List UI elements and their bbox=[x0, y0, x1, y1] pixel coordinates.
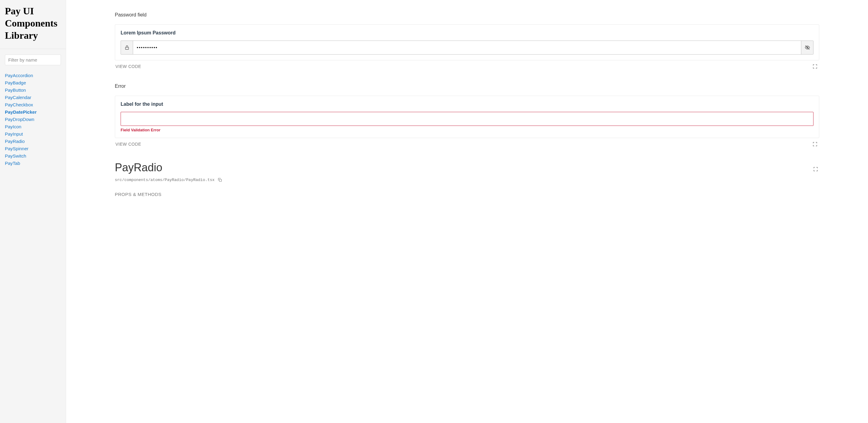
example-error: Error Label for the input Field Validati… bbox=[115, 84, 819, 148]
fullscreen-icon[interactable] bbox=[812, 165, 819, 173]
sidebar-item-payswitch[interactable]: PaySwitch bbox=[5, 153, 26, 158]
sidebar-item-payinput[interactable]: PayInput bbox=[5, 131, 23, 137]
sidebar-item-payradio[interactable]: PayRadio bbox=[5, 139, 25, 144]
card-footer-password: VIEW CODE bbox=[115, 63, 819, 70]
main-content: Password field Lorem Ipsum Password bbox=[66, 0, 868, 423]
error-field-label: Label for the input bbox=[121, 101, 813, 107]
fullscreen-icon[interactable] bbox=[811, 63, 819, 70]
eye-off-icon[interactable] bbox=[801, 41, 813, 54]
lock-icon bbox=[121, 41, 133, 54]
filter-input[interactable] bbox=[5, 55, 61, 65]
example-password: Password field Lorem Ipsum Password bbox=[115, 12, 819, 70]
error-input[interactable] bbox=[121, 112, 813, 126]
example-error-label: Error bbox=[115, 84, 819, 89]
component-section: PayRadio src/components/atoms/PayRadio/P… bbox=[115, 161, 819, 197]
src-path: src/components/atoms/PayRadio/PayRadio.t… bbox=[115, 177, 819, 183]
copy-icon[interactable] bbox=[217, 177, 223, 183]
component-title-row: PayRadio bbox=[115, 161, 819, 177]
sidebar-item-payaccordion[interactable]: PayAccordion bbox=[5, 73, 33, 78]
sidebar-item-paytab[interactable]: PayTab bbox=[5, 161, 20, 166]
view-code-button[interactable]: VIEW CODE bbox=[116, 64, 141, 69]
svg-rect-3 bbox=[219, 179, 221, 181]
app-title: Pay UI Components Library bbox=[5, 5, 61, 41]
sidebar-item-paybadge[interactable]: PayBadge bbox=[5, 80, 26, 85]
sidebar-item-paydatepicker[interactable]: PayDatePicker bbox=[5, 110, 36, 115]
error-message: Field Validation Error bbox=[121, 128, 813, 132]
password-input[interactable] bbox=[133, 41, 801, 54]
sidebar-item-paycalendar[interactable]: PayCalendar bbox=[5, 95, 31, 100]
sidebar: Pay UI Components Library PayAccordion P… bbox=[0, 0, 66, 423]
preview-card-error: Label for the input Field Validation Err… bbox=[115, 96, 819, 138]
props-heading: PROPS & METHODS bbox=[115, 192, 819, 197]
view-code-button[interactable]: VIEW CODE bbox=[116, 142, 141, 147]
nav-list: PayAccordion PayBadge PayButton PayCalen… bbox=[5, 72, 61, 167]
password-input-group bbox=[121, 40, 813, 55]
sidebar-item-payspinner[interactable]: PaySpinner bbox=[5, 146, 29, 151]
component-title: PayRadio bbox=[115, 161, 162, 174]
src-path-text: src/components/atoms/PayRadio/PayRadio.t… bbox=[115, 178, 215, 182]
card-footer-error: VIEW CODE bbox=[115, 141, 819, 148]
sidebar-item-paybutton[interactable]: PayButton bbox=[5, 87, 26, 93]
sidebar-item-payicon[interactable]: PayIcon bbox=[5, 124, 21, 129]
sidebar-item-paydropdown[interactable]: PayDropDown bbox=[5, 117, 34, 122]
preview-card-password: Lorem Ipsum Password bbox=[115, 24, 819, 60]
password-field-label: Lorem Ipsum Password bbox=[121, 30, 813, 36]
sidebar-divider bbox=[0, 49, 66, 49]
sidebar-item-paycheckbox[interactable]: PayCheckbox bbox=[5, 102, 33, 107]
example-password-label: Password field bbox=[115, 12, 819, 18]
svg-rect-0 bbox=[125, 47, 128, 49]
fullscreen-icon[interactable] bbox=[811, 141, 819, 148]
